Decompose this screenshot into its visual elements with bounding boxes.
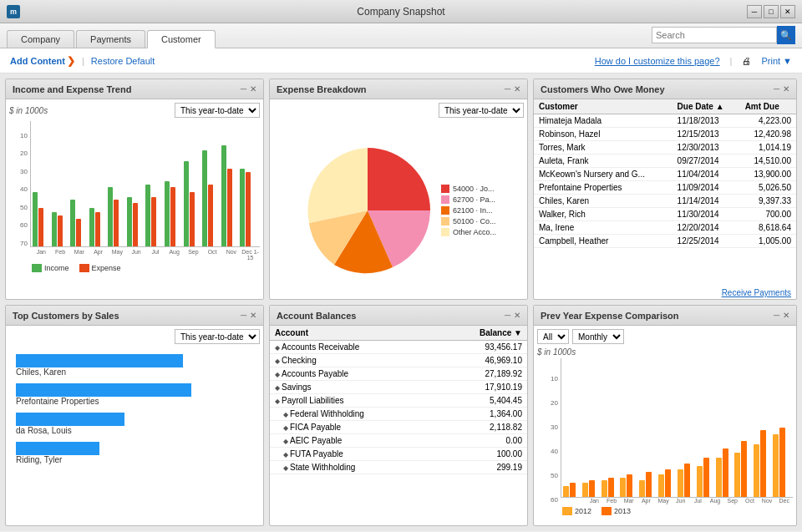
- minus-icon[interactable]: ─: [241, 84, 246, 94]
- amt-due-cell: 4,223.00: [740, 114, 796, 128]
- expense-bar-4: [114, 200, 119, 246]
- table-row[interactable]: ◆State Withholding299.19: [270, 461, 527, 474]
- expense-filter-select[interactable]: This year-to-date: [439, 103, 524, 118]
- close-icon4[interactable]: ✕: [250, 311, 256, 320]
- minus-icon4[interactable]: ─: [241, 311, 246, 320]
- maximize-button[interactable]: □: [764, 5, 779, 18]
- bar-group-5: [127, 197, 145, 246]
- table-row[interactable]: ◆Payroll Liabilities5,404.45: [270, 394, 527, 408]
- table-row[interactable]: Torres, Mark12/30/20131,014.19: [534, 141, 796, 155]
- minus-icon5[interactable]: ─: [505, 311, 510, 320]
- customers-owe-title: Customers Who Owe Money: [541, 84, 665, 94]
- table-row[interactable]: Campbell, Heather12/25/20141,005.00: [534, 235, 796, 248]
- expense-bar-9: [208, 185, 213, 246]
- customers-table-scroll[interactable]: Customer Due Date ▲ Amt Due Himateja Mad…: [534, 99, 796, 286]
- minus-icon3[interactable]: ─: [774, 84, 779, 94]
- income-color: [32, 264, 42, 272]
- close-icon[interactable]: ✕: [250, 84, 256, 94]
- due-date-cell: 12/20/2014: [673, 221, 740, 235]
- income-bar-5: [127, 197, 132, 246]
- legend-color-4: [441, 217, 449, 225]
- accounts-scroll[interactable]: Account Balance ▼ ◆Accounts Receivable93…: [270, 326, 527, 525]
- legend-color-1: [441, 185, 449, 193]
- table-row[interactable]: McKeown's Nursery and G...11/04/201413,9…: [534, 168, 796, 181]
- x-label: Jun: [127, 249, 146, 261]
- amt-due-cell: 5,026.50: [740, 181, 796, 195]
- table-row[interactable]: ◆AEIC Payable0.00: [270, 434, 527, 448]
- period-filter-select[interactable]: Monthly: [572, 329, 624, 344]
- legend-color-3: [441, 206, 449, 215]
- prev-bar-group-9: [734, 441, 753, 497]
- help-link[interactable]: How do I customize this page?: [595, 56, 720, 66]
- income-filter-select[interactable]: This year-to-date: [175, 103, 260, 118]
- table-row[interactable]: ◆Federal Withholding1,364.00: [270, 408, 527, 421]
- due-date-cell: 12/30/2013: [673, 141, 740, 155]
- prev-legend: 2012 2013: [537, 507, 793, 515]
- x-label: Dec 1-15: [241, 249, 260, 261]
- table-row[interactable]: Walker, Rich11/30/2014700.00: [534, 208, 796, 221]
- receive-payments-link[interactable]: Receive Payments: [534, 286, 796, 299]
- close-icon2[interactable]: ✕: [514, 84, 520, 94]
- toolbar-right: How do I customize this page? | 🖨 Print …: [595, 56, 792, 66]
- tab-company[interactable]: Company: [7, 30, 74, 48]
- all-filter-select[interactable]: All: [537, 329, 569, 344]
- tab-payments[interactable]: Payments: [76, 30, 145, 48]
- prev-x-label: Jun: [672, 498, 689, 504]
- balance-cell: 17,910.19: [438, 381, 527, 394]
- amt-due-cell: 1,014.19: [740, 141, 796, 155]
- prev-year-expense-panel: Prev Year Expense Comparison ─ ✕ All Mon…: [533, 305, 797, 526]
- table-row[interactable]: ◆FICA Payable2,118.82: [270, 421, 527, 434]
- prev-year-body: All Monthly $ in 1000s 60 50 40 30 20 10: [534, 326, 796, 525]
- tab-customer[interactable]: Customer: [147, 30, 216, 48]
- table-row[interactable]: ◆Checking46,969.10: [270, 354, 527, 367]
- account-balances-header: Account Balances ─ ✕: [270, 306, 527, 326]
- add-content-button[interactable]: Add Content ❯: [10, 55, 75, 67]
- search-button[interactable]: 🔍: [777, 26, 795, 44]
- customer-cell: Chiles, Karen: [534, 195, 673, 208]
- legend-2012-label: 2012: [575, 507, 591, 515]
- close-button[interactable]: ✕: [780, 5, 795, 18]
- expense-bar-2: [76, 219, 81, 246]
- bar-2013-11: [779, 428, 785, 497]
- panel-controls: ─ ✕: [241, 84, 256, 94]
- close-icon3[interactable]: ✕: [783, 84, 789, 94]
- table-row[interactable]: Himateja Madala11/18/20134,223.00: [534, 114, 796, 128]
- separator: |: [82, 56, 84, 66]
- print-button[interactable]: Print ▼: [761, 56, 792, 66]
- top-customers-body: This year-to-date Chiles, KarenPrefontai…: [6, 326, 263, 525]
- table-row[interactable]: Auleta, Frank09/27/201414,510.00: [534, 155, 796, 168]
- panel-controls2: ─ ✕: [505, 84, 520, 94]
- restore-default-button[interactable]: Restore Default: [91, 56, 155, 66]
- due-date-cell: 11/18/2013: [673, 114, 740, 128]
- minus-icon2[interactable]: ─: [505, 84, 510, 94]
- bars-area: [30, 121, 260, 247]
- table-row[interactable]: ◆FUTA Payable100.00: [270, 448, 527, 461]
- expense-chart-container: All Monthly $ in 1000s 60 50 40 30 20 10: [537, 329, 793, 515]
- search-input[interactable]: [652, 27, 777, 43]
- income-expense-header: Income and Expense Trend ─ ✕: [6, 79, 263, 99]
- minus-icon6[interactable]: ─: [774, 311, 779, 320]
- due-date-cell: 11/30/2014: [673, 208, 740, 221]
- minimize-button[interactable]: ─: [747, 5, 762, 18]
- table-row[interactable]: Ma, Irene12/20/20148,618.64: [534, 221, 796, 235]
- customers-table: Customer Due Date ▲ Amt Due Himateja Mad…: [534, 99, 796, 248]
- account-cell: ◆Savings: [270, 381, 438, 394]
- top-customers-filter[interactable]: This year-to-date: [175, 329, 260, 344]
- table-row[interactable]: ◆Savings17,910.19: [270, 381, 527, 394]
- table-row[interactable]: ◆Accounts Payable27,189.92: [270, 367, 527, 381]
- table-row[interactable]: Chiles, Karen11/14/20149,397.33: [534, 195, 796, 208]
- income-expense-title: Income and Expense Trend: [13, 84, 131, 94]
- table-row[interactable]: Prefontaine Properties11/09/20145,026.50: [534, 181, 796, 195]
- prev-bar-group-7: [697, 458, 715, 497]
- income-expense-panel: Income and Expense Trend ─ ✕ $ in 1000s …: [5, 79, 264, 300]
- title-bar: m Company Snapshot ─ □ ✕: [0, 0, 802, 23]
- close-icon5[interactable]: ✕: [514, 311, 520, 320]
- account-cell: ◆FUTA Payable: [270, 448, 438, 461]
- top-customers-header: Top Customers by Sales ─ ✕: [6, 306, 263, 326]
- customer-cell: Ma, Irene: [534, 221, 673, 235]
- prev-bar-group-5: [658, 469, 677, 497]
- table-row[interactable]: ◆Accounts Receivable93,456.17: [270, 341, 527, 354]
- table-row[interactable]: Robinson, Hazel12/15/201312,420.98: [534, 128, 796, 141]
- bar-group-10: [221, 145, 240, 246]
- close-icon6[interactable]: ✕: [783, 311, 789, 320]
